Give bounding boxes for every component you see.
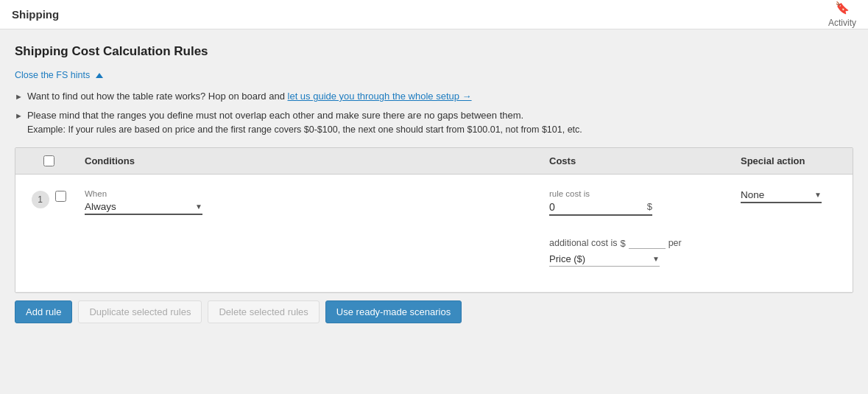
cost-input-row: $ <box>549 201 652 216</box>
add-rule-button[interactable]: Add rule <box>15 300 72 323</box>
rules-table: Conditions Costs Special action 1 When A… <box>15 147 853 293</box>
header-checkbox-col <box>15 155 82 166</box>
hint-link[interactable]: let us guide you through the whole setup… <box>288 91 472 102</box>
delete-rules-button[interactable]: Delete selected rules <box>208 300 319 323</box>
hint-item-1: ► Want to find out how the table rate wo… <box>15 89 853 104</box>
hint-arrow-1: ► <box>15 91 23 103</box>
special-col: None ▼ <box>735 183 853 203</box>
table-header: Conditions Costs Special action <box>15 148 853 175</box>
special-chevron-icon: ▼ <box>814 191 822 199</box>
col-conditions-header: Conditions <box>82 155 543 166</box>
hints-toggle[interactable]: Close the FS hints <box>15 70 103 80</box>
price-select[interactable]: Price ($) ▼ <box>549 253 660 267</box>
col-costs-header: Costs <box>543 155 735 166</box>
conditions-col: When Always ▼ <box>82 183 543 215</box>
costs-col: rule cost is $ additional cost is $ per … <box>543 183 735 267</box>
top-header: Shipping 🔖 Activity <box>0 0 868 29</box>
when-select-value: Always <box>85 201 195 212</box>
when-label: When <box>85 189 534 198</box>
activity-button[interactable]: 🔖 Activity <box>828 1 856 28</box>
rule-checkbox[interactable] <box>55 191 66 202</box>
rule-cost-label: rule cost is <box>549 189 729 198</box>
page-header-title: Shipping <box>12 8 59 21</box>
special-action-value: None <box>741 189 814 200</box>
duplicate-rules-button[interactable]: Duplicate selected rules <box>78 300 202 323</box>
hint-arrow-2: ► <box>15 110 23 122</box>
table-row: 1 When Always ▼ rule cost is $ <box>15 175 853 292</box>
rule-row-left: 1 <box>15 183 82 208</box>
additional-cost-input[interactable] <box>629 238 666 249</box>
per-label: per <box>668 238 682 248</box>
col-special-header: Special action <box>735 155 853 166</box>
use-scenarios-button[interactable]: Use ready-made scenarios <box>325 300 462 323</box>
page-title: Shipping Cost Calculation Rules <box>15 44 853 59</box>
hint-text-1: Want to find out how the table rate work… <box>27 89 472 104</box>
special-action-select[interactable]: None ▼ <box>741 189 822 203</box>
triangle-up-icon <box>96 73 103 78</box>
when-select[interactable]: Always ▼ <box>85 201 202 215</box>
hints-section: ► Want to find out how the table rate wo… <box>15 89 853 137</box>
chevron-down-icon: ▼ <box>195 203 202 211</box>
bottom-toolbar: Add rule Duplicate selected rules Delete… <box>15 293 853 323</box>
additional-currency: $ <box>620 238 625 249</box>
additional-cost-row: additional cost is $ per <box>549 238 729 249</box>
cost-input[interactable] <box>549 201 643 213</box>
hint-item-2: ► Please mind that the ranges you define… <box>15 108 853 137</box>
currency-symbol: $ <box>647 201 652 212</box>
price-chevron-icon: ▼ <box>652 255 660 263</box>
price-select-value: Price ($) <box>549 253 652 264</box>
additional-cost-label: additional cost is <box>549 238 617 248</box>
main-content: Shipping Cost Calculation Rules Close th… <box>0 29 868 323</box>
select-all-checkbox[interactable] <box>43 155 54 166</box>
rule-number: 1 <box>32 191 49 208</box>
bookmark-icon: 🔖 <box>835 1 850 15</box>
activity-label: Activity <box>828 18 856 28</box>
